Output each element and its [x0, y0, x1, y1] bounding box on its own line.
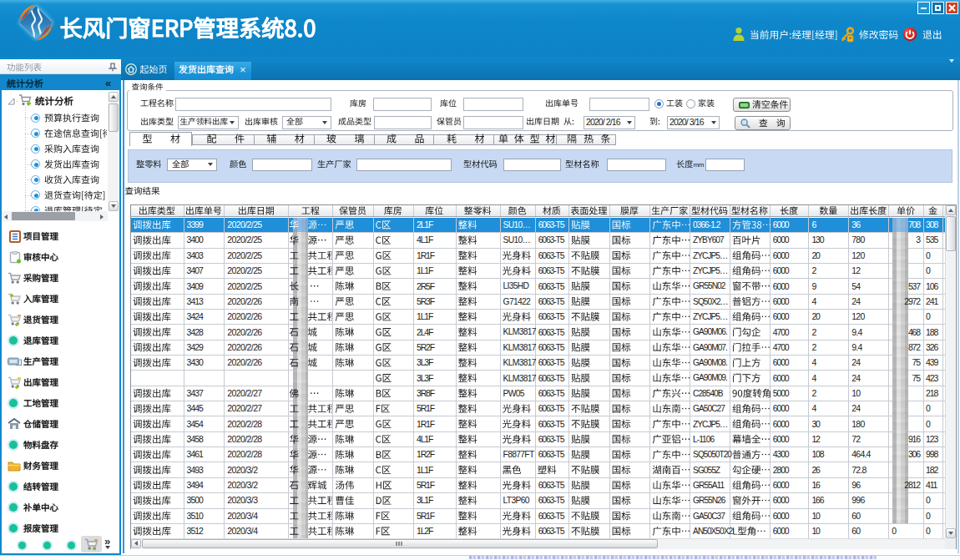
- svg-text:2020/2/26: 2020/2/26: [227, 342, 262, 352]
- svg-text:3461: 3461: [187, 449, 205, 459]
- svg-text:4: 4: [811, 296, 816, 306]
- svg-text:1R2F: 1R2F: [417, 449, 435, 459]
- svg-text:SQ5050T20: SQ5050T20: [693, 450, 732, 459]
- svg-text:2020/2/27: 2020/2/27: [227, 388, 262, 398]
- svg-text:5R2F: 5R2F: [417, 342, 435, 352]
- svg-text:24: 24: [851, 357, 861, 367]
- svg-text:4L1F: 4L1F: [417, 434, 433, 444]
- svg-text:2020/2/28: 2020/2/28: [227, 434, 262, 444]
- svg-text:24: 24: [851, 403, 861, 413]
- svg-text:6000: 6000: [773, 403, 790, 413]
- svg-text:6000: 6000: [773, 526, 790, 536]
- svg-text:0: 0: [926, 495, 931, 505]
- svg-text:4: 4: [811, 357, 816, 367]
- svg-text:1L1F: 1L1F: [417, 265, 433, 275]
- svg-text:6063-T5: 6063-T5: [538, 373, 565, 383]
- svg-text:2020/2/28: 2020/2/28: [227, 419, 262, 429]
- svg-text:3L3F: 3L3F: [417, 373, 433, 383]
- svg-text:2: 2: [811, 265, 816, 275]
- svg-text:3430: 3430: [187, 357, 205, 367]
- svg-text:75: 75: [912, 373, 922, 383]
- svg-text:1L1F: 1L1F: [417, 465, 433, 475]
- svg-text:3R8F: 3R8F: [417, 388, 435, 398]
- svg-text:1L1F: 1L1F: [417, 311, 433, 321]
- svg-text:AN50X50X2: AN50X50X2: [693, 527, 733, 536]
- svg-text:6063-T5: 6063-T5: [538, 265, 565, 275]
- svg-text:3400: 3400: [187, 235, 205, 245]
- svg-text:24: 24: [851, 373, 861, 383]
- svg-text:0: 0: [926, 419, 931, 429]
- svg-text:L-1106: L-1106: [693, 435, 715, 444]
- svg-text:3413: 3413: [187, 296, 205, 306]
- svg-text:GA90M07.: GA90M07.: [693, 343, 727, 352]
- svg-text:3409: 3409: [187, 281, 205, 291]
- svg-text:6: 6: [811, 219, 816, 230]
- svg-text:GR55N02: GR55N02: [693, 281, 726, 290]
- svg-text:0: 0: [892, 526, 897, 536]
- svg-text:6000: 6000: [773, 495, 790, 505]
- svg-text:0: 0: [926, 511, 931, 521]
- svg-text:10: 10: [811, 526, 821, 536]
- svg-text:6063-T5: 6063-T5: [538, 511, 565, 521]
- svg-text:2020/2/26: 2020/2/26: [227, 327, 262, 337]
- svg-text:6000: 6000: [773, 296, 790, 306]
- svg-text:60: 60: [851, 526, 861, 536]
- svg-text:LT3P60: LT3P60: [503, 496, 530, 505]
- svg-text:2020/3/3: 2020/3/3: [227, 495, 258, 505]
- svg-text:10: 10: [851, 388, 861, 398]
- svg-text:20: 20: [811, 311, 821, 321]
- svg-text:26: 26: [811, 465, 821, 475]
- svg-text:2020/2/26: 2020/2/26: [227, 357, 262, 367]
- svg-text:GA90M09.: GA90M09.: [693, 373, 727, 382]
- svg-text:2020/3/2: 2020/3/2: [227, 480, 258, 490]
- svg-text:2020/3/2: 2020/3/2: [227, 465, 258, 475]
- svg-text:6063-T5: 6063-T5: [538, 480, 565, 490]
- svg-text:1R1F: 1R1F: [417, 419, 435, 429]
- svg-text:KLM3817: KLM3817: [503, 327, 537, 336]
- svg-text:3510: 3510: [187, 511, 205, 521]
- svg-text:6063-T5: 6063-T5: [538, 388, 565, 398]
- svg-text:ZYCJP5…: ZYCJP5…: [693, 420, 727, 429]
- svg-text:780: 780: [851, 235, 865, 245]
- svg-text:KLM3817: KLM3817: [503, 374, 537, 383]
- svg-text:2: 2: [811, 388, 816, 398]
- svg-text:2L1F: 2L1F: [417, 219, 433, 230]
- svg-text:60: 60: [851, 511, 861, 521]
- svg-text:9: 9: [811, 281, 816, 291]
- svg-text:3458: 3458: [187, 434, 205, 444]
- svg-text:2020/2/25: 2020/2/25: [227, 235, 262, 245]
- svg-text:6063-T5: 6063-T5: [538, 296, 565, 306]
- svg-text:3494: 3494: [187, 480, 205, 490]
- svg-text:20: 20: [811, 250, 821, 260]
- svg-text:2: 2: [811, 327, 816, 337]
- svg-text:SG055Z: SG055Z: [693, 466, 720, 475]
- svg-text:0: 0: [926, 403, 931, 413]
- svg-text:5R1F: 5R1F: [417, 480, 435, 490]
- svg-text:120: 120: [851, 311, 865, 321]
- svg-text:188: 188: [926, 327, 938, 337]
- svg-text:2020/3/4: 2020/3/4: [227, 511, 258, 521]
- svg-text:2020/2/28: 2020/2/28: [227, 449, 262, 459]
- svg-text:106: 106: [926, 281, 938, 291]
- svg-text:241: 241: [926, 296, 938, 306]
- svg-text:6063-T5: 6063-T5: [538, 219, 565, 230]
- svg-text:GA50C27: GA50C27: [693, 404, 725, 413]
- svg-text:4700: 4700: [773, 342, 790, 352]
- svg-text:423: 423: [926, 373, 938, 383]
- svg-text:996: 996: [851, 495, 865, 505]
- svg-text:108: 108: [811, 449, 824, 459]
- svg-text:2020/2/25: 2020/2/25: [227, 265, 262, 275]
- svg-text:36: 36: [851, 219, 861, 230]
- svg-text:130: 130: [811, 235, 824, 245]
- svg-text:0: 0: [926, 526, 931, 536]
- svg-text:4300: 4300: [773, 449, 790, 459]
- svg-text:6000: 6000: [773, 511, 790, 521]
- svg-text:2020/ 2/16: 2020/ 2/16: [586, 117, 621, 127]
- svg-text:306: 306: [908, 449, 921, 459]
- svg-text:6063-T5: 6063-T5: [538, 526, 565, 536]
- svg-text:2L4F: 2L4F: [417, 327, 433, 337]
- svg-text:75: 75: [912, 357, 922, 367]
- svg-text:2020/2/25: 2020/2/25: [227, 219, 262, 230]
- svg-text:0366-1.2: 0366-1.2: [693, 220, 721, 230]
- svg-text:6063-T5: 6063-T5: [538, 403, 565, 413]
